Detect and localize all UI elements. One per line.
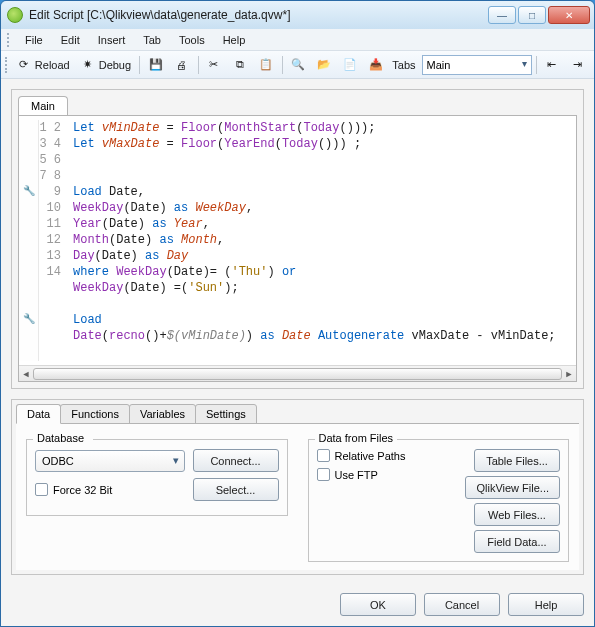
folder-icon: 📂	[316, 57, 332, 73]
tab-functions[interactable]: Functions	[60, 404, 130, 424]
qlikview-icon	[7, 7, 23, 23]
editor-gutter: 🔧 🔧	[19, 120, 39, 361]
database-type-dropdown[interactable]: ODBC	[35, 450, 185, 472]
include-icon: 📥	[368, 57, 384, 73]
debug-label: Debug	[99, 59, 131, 71]
menu-help[interactable]: Help	[215, 32, 254, 48]
bottom-tabstrip: Data Functions Variables Settings	[12, 400, 583, 424]
indent-icon: ⇥	[570, 57, 586, 73]
force-32bit-label: Force 32 Bit	[53, 484, 112, 496]
editor-container: 🔧 🔧 1 2 3 4 5 6 7 8 9 10 11 12 13 14 Let…	[18, 115, 577, 382]
log-icon: 📄	[342, 57, 358, 73]
ok-label: OK	[370, 599, 386, 611]
use-ftp-label: Use FTP	[335, 469, 378, 481]
maximize-button[interactable]: □	[518, 6, 546, 24]
print-icon: 🖨	[174, 57, 190, 73]
checkbox-box-icon	[317, 468, 330, 481]
qlikview-file-button[interactable]: QlikView File...	[465, 476, 560, 499]
window-buttons: — □ ✕	[488, 6, 590, 24]
datafrom-group: Data from Files Relative Paths Use FTP	[308, 432, 570, 562]
datafrom-buttons: Table Files... QlikView File... Web File…	[465, 449, 560, 553]
checkbox-box-icon	[35, 483, 48, 496]
database-legend: Database	[33, 432, 88, 444]
menu-tab[interactable]: Tab	[135, 32, 169, 48]
tabs-dropdown-value: Main	[427, 59, 451, 71]
help-button[interactable]: Help	[508, 593, 584, 616]
titlebar: Edit Script [C:\Qlikview\data\generate_d…	[1, 1, 594, 29]
reload-label: Reload	[35, 59, 70, 71]
line-marker-icon: 🔧	[19, 184, 39, 200]
find-icon: 🔍	[290, 57, 306, 73]
use-ftp-checkbox[interactable]: Use FTP	[317, 468, 454, 481]
menu-file[interactable]: File	[17, 32, 51, 48]
database-group: Database ODBC Connect... Force 32 Bit	[26, 432, 288, 562]
outdent-button[interactable]: ⇤	[540, 54, 564, 76]
tabs-dropdown[interactable]: Main	[422, 55, 532, 75]
menu-edit[interactable]: Edit	[53, 32, 88, 48]
save-button[interactable]: 💾	[144, 54, 168, 76]
script-tab-main[interactable]: Main	[18, 96, 68, 116]
content-area: Main 🔧 🔧 1 2 3 4 5 6 7 8 9 10 11 12 13 1…	[1, 79, 594, 585]
cut-icon: ✂	[206, 57, 222, 73]
toolbar: ⟳ Reload ✷ Debug 💾 🖨 ✂ ⧉ 📋 🔍 📂 📄 📥 Tabs …	[1, 51, 594, 79]
scroll-thumb[interactable]	[33, 368, 562, 380]
tab-data-label: Data	[27, 408, 50, 420]
field-data-button[interactable]: Field Data...	[474, 530, 560, 553]
relative-paths-checkbox[interactable]: Relative Paths	[317, 449, 454, 462]
tab-variables-label: Variables	[140, 408, 185, 420]
table-files-button[interactable]: Table Files...	[474, 449, 560, 472]
tab-settings[interactable]: Settings	[195, 404, 257, 424]
cancel-button[interactable]: Cancel	[424, 593, 500, 616]
line-numbers: 1 2 3 4 5 6 7 8 9 10 11 12 13 14	[39, 120, 67, 361]
dialog-footer: OK Cancel Help	[1, 585, 594, 626]
indent-button[interactable]: ⇥	[566, 54, 590, 76]
debug-button[interactable]: ✷ Debug	[76, 54, 135, 76]
scroll-left-icon[interactable]: ◄	[19, 366, 33, 382]
open-log-button[interactable]: 📄	[338, 54, 362, 76]
toolbar-grip	[5, 57, 8, 73]
web-files-label: Web Files...	[488, 509, 546, 521]
include-button[interactable]: 📥	[364, 54, 388, 76]
tab-variables[interactable]: Variables	[129, 404, 196, 424]
menubar: File Edit Insert Tab Tools Help	[1, 29, 594, 51]
minimize-button[interactable]: —	[488, 6, 516, 24]
copy-icon: ⧉	[232, 57, 248, 73]
print-button[interactable]: 🖨	[170, 54, 194, 76]
relative-paths-label: Relative Paths	[335, 450, 406, 462]
qlikview-file-label: QlikView File...	[476, 482, 549, 494]
select-button[interactable]: Select...	[193, 478, 279, 501]
close-button[interactable]: ✕	[548, 6, 590, 24]
code-content: Let vMinDate = Floor(MonthStart(Today())…	[67, 120, 576, 361]
ok-button[interactable]: OK	[340, 593, 416, 616]
datafrom-legend: Data from Files	[315, 432, 398, 444]
save-icon: 💾	[148, 57, 164, 73]
scroll-right-icon[interactable]: ►	[562, 366, 576, 382]
script-tab-main-label: Main	[31, 100, 55, 112]
web-files-button[interactable]: Web Files...	[474, 503, 560, 526]
code-editor[interactable]: 🔧 🔧 1 2 3 4 5 6 7 8 9 10 11 12 13 14 Let…	[19, 116, 576, 365]
editor-hscrollbar[interactable]: ◄ ►	[19, 365, 576, 381]
menu-insert[interactable]: Insert	[90, 32, 134, 48]
connect-button[interactable]: Connect...	[193, 449, 279, 472]
bottom-panel: Data Functions Variables Settings Databa…	[11, 399, 584, 575]
force-32bit-checkbox[interactable]: Force 32 Bit	[35, 483, 112, 496]
debug-icon: ✷	[80, 57, 96, 73]
script-tabstrip: Main	[18, 96, 577, 116]
menubar-grip	[7, 33, 11, 47]
checkbox-box-icon	[317, 449, 330, 462]
open-folder-button[interactable]: 📂	[312, 54, 336, 76]
script-panel: Main 🔧 🔧 1 2 3 4 5 6 7 8 9 10 11 12 13 1…	[11, 89, 584, 389]
tab-data[interactable]: Data	[16, 404, 61, 424]
reload-button[interactable]: ⟳ Reload	[12, 54, 74, 76]
paste-button[interactable]: 📋	[254, 54, 278, 76]
copy-button[interactable]: ⧉	[228, 54, 252, 76]
find-button[interactable]: 🔍	[286, 54, 310, 76]
outdent-icon: ⇤	[544, 57, 560, 73]
table-files-label: Table Files...	[486, 455, 548, 467]
window-title: Edit Script [C:\Qlikview\data\generate_d…	[29, 8, 488, 22]
connect-label: Connect...	[210, 455, 260, 467]
menu-tools[interactable]: Tools	[171, 32, 213, 48]
reload-icon: ⟳	[16, 57, 32, 73]
cut-button[interactable]: ✂	[202, 54, 226, 76]
tabs-label: Tabs	[392, 59, 415, 71]
